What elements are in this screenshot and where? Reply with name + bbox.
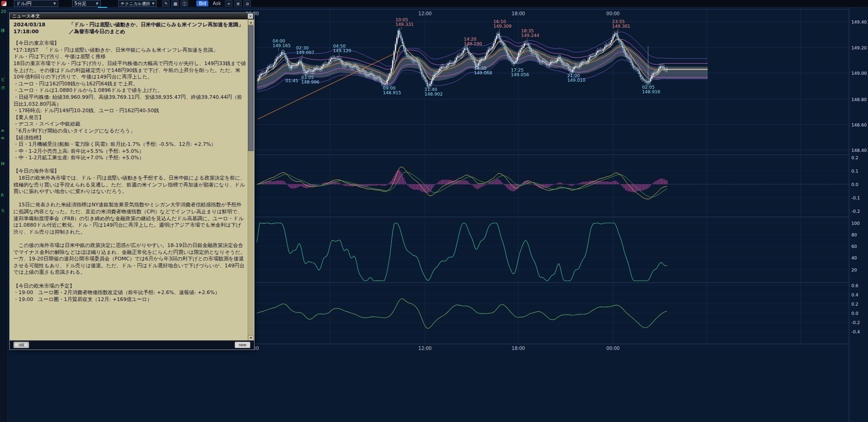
news-scrollbar[interactable]: ▲ ▼ [248, 19, 254, 341]
news-paragraph: ・日・1月機械受注(船舶・電力除く民需): 前月比-1.7%（予想: -0.5%… [13, 141, 246, 148]
svg-text:0.6: 0.6 [851, 283, 858, 288]
svg-text:149.20: 149.20 [851, 45, 867, 50]
active-tab-indicator [98, 7, 107, 8]
svg-text:20: 20 [851, 267, 857, 272]
news-headline-title: 「ドル・円は底堅い値動きか、日米中銀にらみも米インフレ再加速を意識」／為替市場今… [69, 22, 246, 35]
wave-tool-icon[interactable]: ≈ [225, 0, 232, 6]
technical-select[interactable]: テクニカル選択 ▼ [118, 0, 157, 7]
news-window: ニュース本文 × 2024/03/18 17:18:00 「ドル・円は底堅い値動… [9, 12, 255, 350]
news-paragraph: この後の海外市場は日米中銀の政策決定に思惑が広がりやすい。18-19日の日銀金融… [13, 242, 246, 276]
scroll-thumb[interactable] [248, 25, 254, 151]
svg-text:149.068: 149.068 [474, 70, 492, 75]
timeframe-select[interactable]: 5分足 ▼ [72, 0, 101, 7]
svg-text:60: 60 [851, 244, 857, 249]
chevron-down-icon: ▼ [54, 1, 56, 6]
svg-text:149.056: 149.056 [511, 72, 529, 77]
news-paragraph: 【今日の東京市場】 [13, 40, 246, 47]
rail-item[interactable]: ≡ [1, 136, 5, 140]
svg-text:0.2: 0.2 [851, 155, 858, 160]
svg-text:-0.1: -0.1 [851, 195, 860, 200]
news-paragraph: ・19:00 ユーロ圏・2月消費者物価指数改定値（前年比予想: +2.6%、速報… [13, 289, 246, 296]
news-footer: old new [10, 340, 254, 350]
pair-select[interactable]: ドル/円 ▼ [14, 0, 58, 7]
old-button[interactable]: old [13, 342, 29, 348]
news-paragraph: ・デコス・スペイン中銀総裁 [13, 121, 246, 128]
pair-select-value: ドル/円 [16, 1, 32, 6]
svg-text:0.0: 0.0 [851, 311, 858, 316]
news-paragraph [13, 195, 246, 202]
svg-text:148.996: 148.996 [301, 79, 319, 84]
svg-text:149.331: 149.331 [395, 22, 413, 27]
svg-text:-0.2: -0.2 [851, 209, 860, 214]
news-paragraph: ・中・1-2月鉱工業生産: 前年比+7.0%（予想: +5.0%） [13, 155, 246, 162]
ask-button[interactable]: Ask [210, 0, 223, 6]
top-toolbar: ドル/円 ▼ 5分足 ▼ テクニカル選択 ▼ ✎ ▦ ⓘ Bid Ask ≈ ⊕… [0, 0, 868, 7]
svg-text:148.902: 148.902 [425, 91, 443, 96]
svg-text:149.00: 149.00 [851, 71, 867, 76]
news-paragraph: 「6月が利下げ開始の良いタイミングになるだろう」 [13, 128, 246, 135]
chart-type-icon[interactable]: ▦ [171, 0, 179, 6]
svg-text:148.80: 148.80 [851, 97, 867, 102]
news-paragraph: 【今日の欧米市場の予定】 [13, 283, 246, 290]
svg-text:12:00: 12:00 [419, 346, 432, 351]
svg-text:40: 40 [851, 255, 857, 260]
svg-text:149.244: 149.244 [521, 33, 539, 38]
news-paragraph: ・ユーロ・ドルは1.0880ドルから1.0896ドルまで値を上げた。 [13, 87, 246, 94]
svg-text:-0.4: -0.4 [851, 329, 860, 334]
news-paragraph: ・19:00 ユーロ圏・1月貿易収支（12月: +169億ユーロ） [13, 296, 246, 303]
rail-item[interactable]: ポ [1, 85, 5, 91]
news-paragraph: 18日の欧米外為市場では、ドル・円は底堅い値動きを予想する。日米中銀による政策決… [13, 175, 246, 195]
scroll-up-icon[interactable]: ▲ [248, 19, 254, 25]
news-paragraph [13, 276, 246, 283]
news-title-label: ニュース本文 [12, 13, 40, 18]
svg-text:0.4: 0.4 [851, 292, 858, 297]
news-paragraph: 【今日の海外市場】 [13, 168, 246, 175]
svg-text:148.60: 148.60 [851, 122, 867, 127]
new-button[interactable]: new [235, 342, 250, 348]
news-paragraph [13, 235, 246, 242]
news-paragraph: 15日に発表された米経済指標はNY連銀製造業景気指数やミシガン大学消費者信頼感指… [13, 202, 246, 235]
rail-item[interactable]: ビ [1, 77, 5, 83]
rail-item[interactable]: M [1, 162, 5, 166]
app-icon [1, 1, 6, 6]
svg-text:00:00: 00:00 [607, 346, 620, 351]
left-toolbar: 20移ビポ≡≡MRモ [0, 7, 8, 422]
svg-text:0.2: 0.2 [851, 301, 858, 307]
svg-text:149.190: 149.190 [464, 41, 482, 46]
zoom-in-icon[interactable]: ⊕ [234, 0, 242, 6]
close-icon[interactable]: × [248, 13, 253, 19]
bid-button[interactable]: Bid [196, 0, 208, 6]
svg-text:148.915: 148.915 [383, 90, 401, 95]
news-paragraph [13, 162, 246, 169]
rail-item[interactable]: ≡ [1, 128, 5, 133]
svg-text:149.40: 149.40 [851, 19, 867, 24]
rail-item[interactable]: 20 [1, 9, 6, 14]
news-paragraph: ・日経平均株価: 始値38,960.99円、高値39,769.11円、安値38,… [13, 94, 246, 108]
news-paragraph: 【要人発言】 [13, 115, 246, 121]
svg-text:12:00: 12:00 [419, 11, 432, 16]
news-paragraph: ・17時時点: ドル円149円10-20銭、ユーロ・円162円40-50銭 [13, 108, 246, 115]
svg-text:0.0: 0.0 [851, 182, 858, 187]
svg-text:00:00: 00:00 [607, 11, 620, 16]
rail-item[interactable]: モ [1, 208, 5, 214]
svg-text:149.165: 149.165 [273, 43, 291, 48]
news-paragraph: 18日の東京市場でドル・円は下げ渋り。日経平均株価の大幅高で円売りが先行し、14… [13, 60, 246, 81]
news-titlebar[interactable]: ニュース本文 × [10, 13, 254, 19]
rail-item[interactable]: 移 [1, 28, 5, 34]
svg-text:149.120: 149.120 [333, 48, 351, 53]
svg-text:80: 80 [851, 232, 857, 237]
svg-text:149.309: 149.309 [493, 24, 511, 29]
news-paragraph: ・中・1-2月小売売上高: 前年比+5.5%（予想: +5.0%） [13, 148, 246, 155]
svg-text:148.40: 148.40 [851, 148, 867, 153]
zoom-out-icon[interactable]: ⊖ [243, 0, 251, 6]
info-icon[interactable]: ⓘ [181, 0, 188, 6]
chevron-down-icon: ▼ [152, 1, 154, 6]
svg-text:148.916: 148.916 [642, 89, 660, 94]
news-headline: 2024/03/18 17:18:00 「ドル・円は底堅い値動きか、日米中銀にら… [13, 22, 246, 35]
svg-text:0.1: 0.1 [851, 169, 858, 174]
draw-pencil-icon[interactable]: ✎ [162, 0, 170, 6]
svg-text:149.097: 149.097 [296, 50, 314, 55]
chevron-down-icon: ▼ [96, 1, 98, 6]
rail-item[interactable]: R [1, 193, 4, 198]
svg-text:149.301: 149.301 [612, 24, 630, 29]
